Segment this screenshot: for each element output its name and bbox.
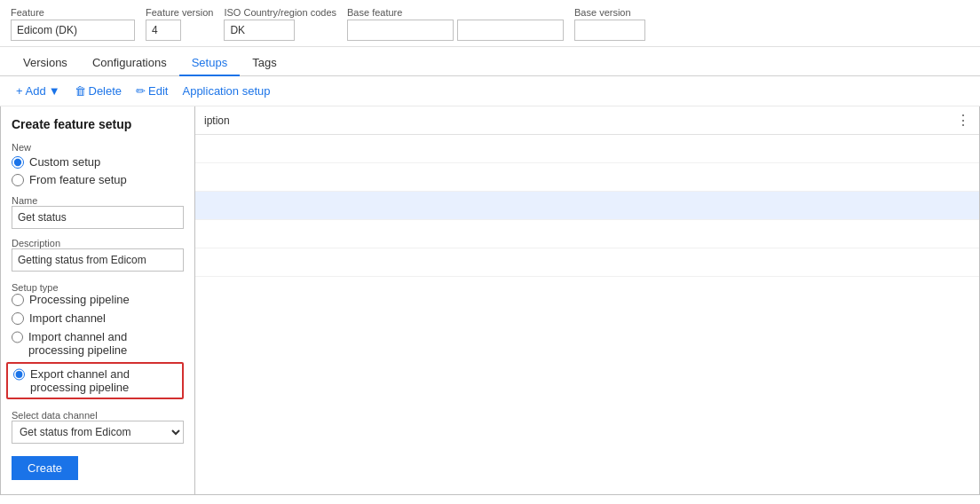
import-channel-label: Import channel <box>29 311 106 325</box>
main-content: Create feature setup New Custom setup Fr… <box>0 106 980 495</box>
table-row[interactable] <box>195 163 979 192</box>
create-feature-setup-panel: Create feature setup New Custom setup Fr… <box>0 106 195 495</box>
feature-label: Feature <box>11 7 135 18</box>
table-row-selected[interactable] <box>195 192 979 220</box>
table-row[interactable] <box>195 135 979 163</box>
data-channel-select[interactable]: Get status from Edicom Other option <box>12 421 184 444</box>
tab-setups[interactable]: Setups <box>179 51 240 76</box>
data-channel-section: Select data channel Get status from Edic… <box>12 406 184 444</box>
base-feature-input[interactable] <box>347 20 454 41</box>
feature-input[interactable] <box>11 20 135 41</box>
tab-tags[interactable]: Tags <box>240 51 288 76</box>
name-input[interactable] <box>12 206 184 229</box>
table-row[interactable] <box>195 220 979 248</box>
edit-label: Edit <box>148 84 168 98</box>
custom-setup-option[interactable]: Custom setup <box>12 155 184 169</box>
table-row[interactable] <box>195 248 979 277</box>
description-input[interactable] <box>12 248 184 272</box>
from-feature-setup-label: From feature setup <box>29 173 127 186</box>
setup-type-label: Setup type <box>12 282 184 293</box>
tab-versions[interactable]: Versions <box>11 51 80 76</box>
processing-pipeline-label: Processing pipeline <box>29 293 130 306</box>
tabs-row: Versions Configurations Setups Tags <box>0 47 980 76</box>
name-label: Name <box>12 195 184 206</box>
create-button[interactable]: Create <box>12 456 78 480</box>
setup-type-radio-group: Processing pipeline Import channel Impor… <box>12 293 184 399</box>
page-container: Feature Feature version ISO Country/regi… <box>0 0 980 504</box>
base-feature-input2[interactable] <box>457 20 564 41</box>
toolbar-row: + Add ▼ 🗑 Delete ✏ Edit Application setu… <box>0 76 980 106</box>
setup-type-section: Setup type Processing pipeline Import ch… <box>12 279 184 399</box>
base-version-input[interactable] <box>574 20 645 41</box>
export-channel-processing-label: Export channel and processing pipeline <box>30 367 177 394</box>
export-channel-processing-radio[interactable] <box>13 368 25 381</box>
custom-setup-label: Custom setup <box>29 155 100 169</box>
processing-pipeline-option[interactable]: Processing pipeline <box>12 293 184 306</box>
base-version-field-group: Base version <box>574 7 645 41</box>
feature-version-label: Feature version <box>146 7 213 18</box>
delete-label: Delete <box>89 84 122 98</box>
more-options-icon[interactable]: ⋮ <box>956 112 970 129</box>
panel-title: Create feature setup <box>12 117 184 131</box>
feature-field-group: Feature <box>11 7 135 41</box>
application-setup-button[interactable]: Application setup <box>177 82 275 100</box>
new-label: New <box>12 142 184 153</box>
tab-configurations[interactable]: Configurations <box>80 51 179 76</box>
name-field: Name <box>12 193 184 229</box>
from-feature-setup-option[interactable]: From feature setup <box>12 173 184 186</box>
application-setup-label: Application setup <box>182 84 270 98</box>
base-version-label: Base version <box>574 7 645 18</box>
description-col-header: iption <box>204 114 956 127</box>
feature-version-field-group: Feature version <box>146 7 213 41</box>
import-channel-processing-radio[interactable] <box>12 331 23 343</box>
iso-input[interactable] <box>224 20 295 41</box>
create-button-wrap: Create <box>12 451 184 480</box>
select-data-channel-label: Select data channel <box>12 410 184 421</box>
delete-button[interactable]: 🗑 Delete <box>69 82 128 100</box>
new-radio-group: Custom setup From feature setup <box>12 155 184 186</box>
edit-icon: ✏ <box>136 84 146 98</box>
delete-icon: 🗑 <box>75 84 86 98</box>
feature-version-input[interactable] <box>146 20 181 41</box>
iso-field-group: ISO Country/region codes <box>224 7 336 41</box>
edit-button[interactable]: ✏ Edit <box>130 82 173 100</box>
import-channel-radio[interactable] <box>12 312 24 325</box>
processing-pipeline-radio[interactable] <box>12 294 24 306</box>
new-section: New Custom setup From feature setup <box>12 142 184 186</box>
base-feature-field-group: Base feature <box>347 7 564 41</box>
chevron-down-icon: ▼ <box>49 84 60 98</box>
import-channel-option[interactable]: Import channel <box>12 311 184 325</box>
base-feature-label: Base feature <box>347 7 564 18</box>
import-channel-processing-label: Import channel and processing pipeline <box>28 330 184 357</box>
add-label: + Add <box>16 84 46 98</box>
description-label: Description <box>12 238 184 248</box>
add-button[interactable]: + Add ▼ <box>11 82 66 100</box>
table-panel: iption ⋮ <box>195 106 980 495</box>
export-channel-processing-option[interactable]: Export channel and processing pipeline <box>6 362 184 399</box>
table-header: iption ⋮ <box>195 106 979 135</box>
from-feature-setup-radio[interactable] <box>12 174 24 186</box>
top-fields-row: Feature Feature version ISO Country/regi… <box>0 0 980 47</box>
import-channel-processing-option[interactable]: Import channel and processing pipeline <box>12 330 184 357</box>
description-field: Description <box>12 236 184 272</box>
iso-label: ISO Country/region codes <box>224 7 336 18</box>
table-rows <box>195 135 979 277</box>
custom-setup-radio[interactable] <box>12 156 24 169</box>
